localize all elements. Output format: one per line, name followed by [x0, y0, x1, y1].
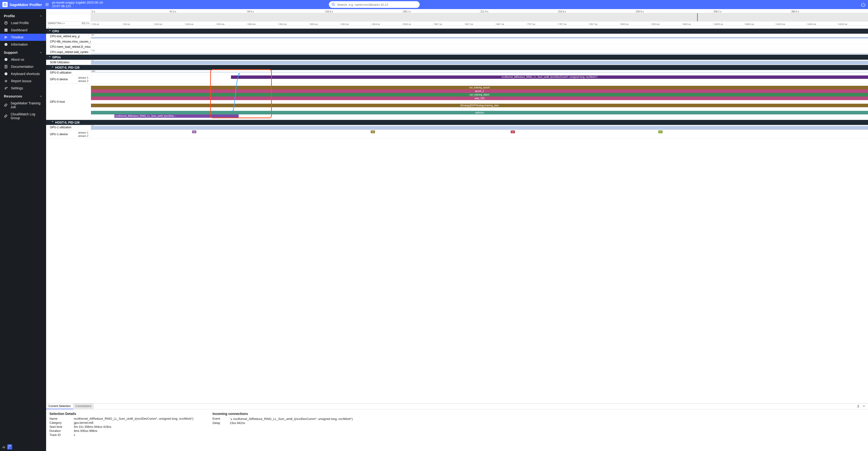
chevron-up-icon: ⌃	[49, 30, 51, 33]
main-panel: 0 s42.3 s84.5 s126.8 s169.1 s211.4 s253.…	[46, 9, 868, 451]
nccl-host-span[interactable]: ncclKernel_AllReduce_RING_LL_Sum_uint8_t…	[115, 114, 239, 118]
sidebar-item-shortcuts[interactable]: ? Keyboard shortcuts	[0, 70, 46, 78]
svg-rect-4	[6, 29, 7, 30]
svg-rect-8	[4, 37, 7, 37]
gpu0-host-row: GPU-0 host run_training_epochepoch_1run_…	[46, 84, 868, 120]
svg-rect-23	[4, 446, 4, 448]
section-cpu[interactable]: ⌃ CPU	[46, 29, 868, 34]
bug-icon	[4, 79, 8, 83]
tiny-span[interactable]: vo	[192, 130, 196, 133]
top-ruler: 0 s42.3 s84.5 s126.8 s169.1 s211.4 s253.…	[46, 9, 868, 13]
svg-point-20	[7, 87, 7, 88]
svg-rect-6	[6, 30, 7, 32]
details-tabs: Current Selection Connections	[46, 403, 868, 410]
host-span[interactable]: run_training_batch	[91, 93, 868, 96]
section-host0-pid126[interactable]: ⌃ HOST-0, PID-126	[46, 65, 868, 70]
search-input[interactable]	[329, 1, 420, 8]
cpu-row: CPU-inst_retired.any_p 25	[46, 34, 868, 39]
sidebar-item-load-profile[interactable]: Load Profile	[0, 19, 46, 27]
chevron-up-icon: ⌃	[51, 66, 54, 69]
gpu-sum-row: SUM Utilization 75	[46, 60, 868, 65]
document-icon	[4, 65, 8, 68]
stats-icon[interactable]	[2, 445, 6, 449]
section-gpus[interactable]: ⌃ GPUs	[46, 55, 868, 60]
sidebar-item-timeline[interactable]: Timeline	[0, 34, 46, 41]
host-span[interactable]: epoch_1	[91, 89, 868, 93]
tiny-span[interactable]: vo	[371, 130, 375, 133]
tab-current-selection[interactable]: Current Selection	[46, 403, 73, 409]
arrow-icon: ↘	[230, 417, 233, 421]
gpu0-util-row: GPU-0 utilization 100	[46, 70, 868, 75]
host-span[interactable]: step_233	[91, 96, 868, 100]
chevron-up-icon	[39, 14, 42, 18]
gpu0-device-row: GPU-0 device stream 1stream 2 ncclKernel…	[46, 75, 868, 84]
overview-track[interactable]	[91, 13, 868, 21]
tiny-span[interactable]: vo	[658, 130, 662, 133]
sidebar-item-training-job[interactable]: SageMaker Training Job	[0, 100, 46, 111]
chevron-up-icon	[39, 95, 42, 98]
timeline-body[interactable]: ⌃ CPU CPU-inst_retired.any_p 25 CPU-itlb…	[46, 29, 868, 403]
profile-title: pt-resnet-smppy-1xg4dn-2023-05-19-23-07-…	[52, 1, 107, 8]
svg-rect-5	[4, 30, 6, 32]
chevron-up-icon	[39, 51, 42, 54]
upload-icon	[4, 21, 8, 25]
tab-connections[interactable]: Connections	[73, 403, 94, 409]
info-icon	[4, 42, 8, 46]
top-bar: SageMaker Profiler pt-resnet-smppy-1xg4d…	[0, 0, 868, 9]
sidebar-item-information[interactable]: Information	[0, 41, 46, 48]
sidebar-item-cloudwatch[interactable]: CloudWatch Log Group	[0, 111, 46, 122]
host-span	[91, 107, 868, 111]
dashboard-icon	[4, 28, 8, 32]
chevron-up-icon: ⌃	[51, 121, 54, 124]
info-icon	[4, 58, 8, 61]
search-container	[329, 1, 420, 8]
sidebar-item-about[interactable]: About us	[0, 56, 46, 63]
svg-rect-7	[4, 36, 6, 37]
sidebar-item-report[interactable]: Report issuus	[0, 78, 46, 85]
incoming-connections: Incoming connections Event ↘ ncclKernel_…	[213, 412, 353, 437]
svg-rect-11	[6, 44, 6, 46]
overview-marker[interactable]	[697, 13, 698, 21]
host-span	[91, 100, 868, 104]
overview-strip	[46, 13, 868, 22]
menu-icon[interactable]	[45, 2, 49, 7]
svg-point-1	[332, 3, 334, 5]
svg-rect-14	[6, 59, 6, 60]
sidebar-item-documentation[interactable]: Documentation	[0, 63, 46, 70]
timeline-icon	[4, 35, 8, 39]
db-badge: DB0	[7, 444, 12, 450]
svg-rect-12	[6, 43, 6, 44]
selection-details: Selection Details NamencclKernel_AllRedu…	[50, 412, 193, 437]
tiny-span[interactable]: vo	[511, 130, 515, 133]
svg-rect-3	[4, 29, 6, 30]
svg-rect-0	[4, 3, 6, 5]
app-logo: SageMaker Profiler	[2, 2, 42, 7]
svg-rect-24	[4, 447, 5, 448]
svg-text:?: ?	[5, 72, 6, 75]
chevron-down-icon[interactable]	[862, 404, 866, 408]
collapse-toggle[interactable]: ⌄	[46, 26, 868, 29]
cpu-row: CPU-mem_load_retired.l3_miss	[46, 44, 868, 50]
details-pane: Current Selection Connections Selection …	[46, 403, 868, 451]
sidebar-item-dashboard[interactable]: Dashboard	[0, 27, 46, 34]
cpu-row: CPU-itlb_misses.miss_causes_a_walk	[46, 39, 868, 44]
sidebar-group-resources[interactable]: Resources	[0, 92, 46, 100]
sidebar: Profile Load Profile Dashboard Timeline …	[0, 9, 46, 451]
host-span[interactable]: [Strategy]DDPStrategy.training_step	[91, 104, 868, 107]
gpu1-device-row: GPU-1 device stream 1stream 2 vo vo vo v…	[46, 130, 868, 139]
help-icon: ?	[4, 72, 8, 76]
nccl-device-span[interactable]: ncclKernel_AllReduce_RING_LL_Sum_uint8_t…	[231, 76, 868, 79]
svg-rect-22	[3, 447, 3, 448]
sidebar-group-support[interactable]: Support	[0, 48, 46, 56]
host-span[interactable]: run_training_epoch	[91, 86, 868, 89]
section-host0-pid128[interactable]: ⌃ HOST-0, PID-128	[46, 120, 868, 125]
logo-icon	[2, 2, 8, 7]
host-span[interactable]: optimize	[91, 111, 868, 114]
sidebar-item-settings[interactable]: Settings	[0, 85, 46, 92]
svg-rect-9	[4, 38, 6, 38]
power-icon[interactable]	[861, 2, 866, 7]
sidebar-group-profile[interactable]: Profile	[0, 11, 46, 19]
link-icon	[4, 103, 8, 107]
link-icon	[4, 114, 8, 118]
sort-icon[interactable]	[857, 404, 860, 408]
